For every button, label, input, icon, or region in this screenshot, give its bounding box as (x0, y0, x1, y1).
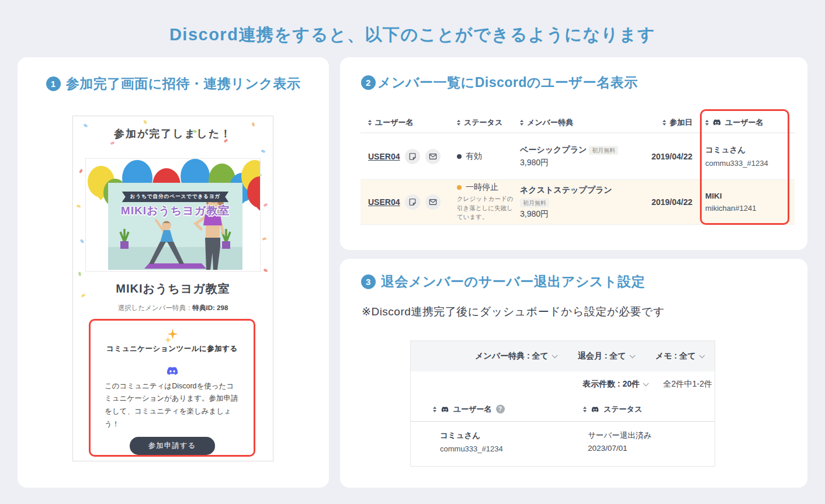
benefit-label: 選択したメンバー特典： (118, 304, 193, 311)
column-header-discord-user[interactable]: ユーザー名 ? (411, 404, 558, 415)
status-dot-active (457, 154, 462, 159)
member-table-header: ユーザー名 ステータス メンバー特典 参加日 ユーザー名 (360, 112, 795, 133)
column-header-benefit[interactable]: メンバー特典 (520, 117, 640, 128)
discord-name: MIKI (705, 192, 795, 200)
discord-name: コミュさん (440, 430, 558, 441)
chevron-down-icon (699, 352, 705, 358)
class-name: MIKIおうちヨガ教室 (73, 281, 273, 297)
help-icon[interactable]: ? (496, 405, 505, 413)
memo-button[interactable] (405, 194, 420, 210)
chevron-down-icon (629, 352, 635, 358)
join-description: このコミュニティはDiscordを使ったコミュニケーションがあります。参加申請を… (105, 380, 240, 432)
panel-join-complete: 1 参加完了画面に招待・連携リンク表示 (18, 57, 329, 488)
display-count-dropdown[interactable]: 表示件数 : 20件 (583, 379, 648, 390)
first-month-free-badge: 初月無料 (520, 199, 549, 207)
memo-button[interactable] (405, 149, 420, 164)
banner-title: MIKIおうちヨガ教室 (108, 203, 242, 218)
sort-icon[interactable] (433, 406, 436, 412)
count-bar: 表示件数 : 20件 全2件中1-2件 (411, 371, 715, 397)
column-header-discord-user[interactable]: ユーザー名 (692, 117, 795, 128)
page-title: Discord連携をすると、以下のことができるようになります (0, 23, 825, 47)
filter-bar: メンバー特典 : 全て 退会月 : 全て メモ : 全て (411, 341, 715, 371)
section2-heading-text: メンバー一覧にDiscordのユーザー名表示 (377, 74, 637, 92)
section3-heading-text: 退会メンバーのサーバー退出アシスト設定 (381, 273, 645, 291)
discord-icon (163, 366, 182, 376)
filter-member-benefit[interactable]: メンバー特典 : 全て (475, 351, 557, 362)
sort-icon[interactable] (520, 120, 524, 126)
column-header-discord-status[interactable]: ステータス (558, 404, 642, 415)
section2-heading: 2 メンバー一覧にDiscordのユーザー名表示 (361, 74, 807, 92)
mail-icon (429, 198, 437, 206)
leave-status: サーバー退出済み (588, 430, 651, 441)
join-date: 2019/04/22 (640, 152, 692, 161)
discord-name: コミュさん (705, 145, 795, 155)
filter-memo[interactable]: メモ : 全て (656, 351, 704, 362)
chevron-down-icon (643, 380, 649, 386)
mail-button[interactable] (425, 149, 441, 164)
panel-leave-assist: 3 退会メンバーのサーバー退出アシスト設定 ※Discord連携完了後にダッシュ… (340, 259, 807, 488)
section1-heading: 1 参加完了画面に招待・連携リンク表示 (18, 75, 329, 93)
note-icon (408, 198, 417, 206)
sparkle-icon (165, 329, 180, 339)
number-badge-1: 1 (46, 77, 61, 91)
benefit-value: 特典ID: 298 (193, 304, 228, 311)
chevron-down-icon (552, 352, 557, 358)
mail-button[interactable] (425, 194, 441, 210)
page: Discord連携をすると、以下のことができるようになります 1 参加完了画面に… (0, 0, 825, 504)
user-link[interactable]: USER04 (368, 197, 400, 207)
panel-member-list: 2 メンバー一覧にDiscordのユーザー名表示 ユーザー名 ステータス メンバ… (340, 57, 807, 250)
status-note: クレジットカードの引き落としに失敗しています。 (457, 194, 518, 222)
note-icon (408, 152, 417, 161)
discord-invite-highlight-box: コミュニケーションツールに参加する このコミュニティはDiscordを使ったコミ… (89, 319, 255, 457)
column-header-user[interactable]: ユーザー名 (360, 117, 457, 128)
discord-icon (441, 406, 449, 413)
user-link[interactable]: USER04 (368, 152, 400, 161)
discord-icon (591, 406, 599, 413)
status-dot-paused (457, 185, 462, 190)
section1-heading-text: 参加完了画面に招待・連携リンク表示 (66, 75, 301, 93)
sort-icon[interactable] (457, 120, 460, 126)
join-complete-screen-mock: 参加が完了しました！ おうちで自分のペースでできるヨガ MIKIおうちヨガ教室 (72, 116, 273, 461)
first-month-free-badge: 初月無料 (589, 146, 618, 155)
member-row: USER04 有効 ベーシックプラン 初月無料 3,980円 2019/0 (360, 133, 795, 180)
plan-name: ネクストステッププラン (520, 185, 640, 196)
filter-leave-month[interactable]: 退会月 : 全て (578, 351, 635, 362)
yoga-class-banner: おうちで自分のペースでできるヨガ MIKIおうちヨガ教室 (108, 183, 242, 270)
plant-left (120, 229, 129, 249)
discord-icon (712, 119, 722, 126)
number-badge-3: 3 (361, 274, 376, 289)
result-range: 全2件中1-2件 (663, 379, 712, 390)
sort-icon[interactable] (705, 120, 709, 126)
status-label: 一時停止 (466, 182, 498, 193)
join-complete-title: 参加が完了しました！ (73, 127, 273, 141)
selected-benefit: 選択したメンバー特典：特典ID: 298 (73, 304, 273, 312)
sort-icon[interactable] (368, 120, 372, 126)
discord-id: mikichan#1241 (705, 204, 795, 213)
leave-table-header: ユーザー名 ? ステータス (411, 397, 715, 422)
plan-price: 3,980円 (520, 209, 640, 220)
sort-icon[interactable] (663, 120, 666, 126)
number-badge-2: 2 (361, 75, 376, 90)
join-request-button[interactable]: 参加申請する (130, 437, 215, 455)
leave-table-row: コミュさん commu333_#1234 サーバー退出済み 2023/07/01 (411, 422, 715, 466)
discord-id: commu333_#1234 (440, 444, 558, 453)
join-date: 2019/04/22 (640, 197, 692, 207)
communication-tool-title: コミュニケーションツールに参加する (106, 344, 238, 354)
column-header-status[interactable]: ステータス (457, 117, 520, 128)
sort-icon[interactable] (583, 406, 587, 412)
setup-note: ※Discord連携完了後にダッシュボードから設定が必要です (362, 304, 665, 319)
member-table: ユーザー名 ステータス メンバー特典 参加日 ユーザー名 (360, 112, 795, 225)
mail-icon (429, 152, 437, 161)
leave-date: 2023/07/01 (588, 444, 651, 453)
banner-ribbon: おうちで自分のペースでできるヨガ (122, 192, 229, 202)
member-row: USER04 一時停止 クレジットカードの引き落としに失敗しています。 ネクスト… (360, 180, 795, 225)
section3-heading: 3 退会メンバーのサーバー退出アシスト設定 (361, 273, 807, 291)
plan-price: 3,980円 (520, 158, 640, 168)
plan-name: ベーシックプラン (520, 145, 587, 154)
discord-id: commu333_#1234 (705, 159, 795, 168)
leave-assist-table: メンバー特典 : 全て 退会月 : 全て メモ : 全て 表示件数 : 20件 … (410, 340, 715, 467)
column-header-join-date[interactable]: 参加日 (640, 117, 692, 128)
status-label: 有効 (466, 151, 482, 162)
